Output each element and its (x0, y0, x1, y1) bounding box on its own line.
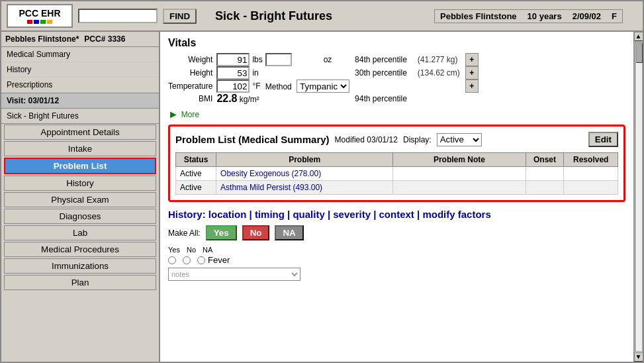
patient-info-header: Pebbles Flintstone 10 years 2/09/02 F (434, 9, 623, 23)
na-button[interactable]: NA (275, 225, 303, 240)
sidebar-btn-immunizations[interactable]: Immunizations (4, 258, 156, 274)
vitals-title: Vitals (168, 37, 625, 49)
sidebar-visit-date: Visit: 03/01/12 (1, 93, 159, 109)
problem-list-section: Problem List (Medical Summary) Modified … (168, 125, 625, 202)
notes-select[interactable]: notes (168, 268, 300, 281)
scroll-track (635, 42, 643, 352)
vitals-table: Weight lbs oz 84th percentile (41.277 kg… (168, 53, 479, 105)
fever-label: Fever (208, 255, 230, 265)
row2-problem[interactable]: Asthma Mild Persist (493.00) (216, 181, 393, 195)
history-section: History: location | timing | quality | s… (168, 209, 625, 281)
height-cm: (134.62 cm) (412, 66, 465, 79)
row2-note (393, 181, 526, 195)
patient-dob-header: 2/09/02 (573, 11, 601, 21)
fever-yes-radio[interactable] (168, 256, 176, 264)
logo-dot-blue (34, 20, 39, 24)
scroll-down-button[interactable]: ▼ (634, 352, 643, 362)
sidebar-btn-diagnoses[interactable]: Diagnoses (4, 209, 156, 224)
sidebar-nav: Medical Summary History Prescriptions (1, 47, 159, 93)
temp-unit: °F (250, 79, 265, 93)
sidebar-btn-plan[interactable]: Plan (4, 275, 156, 290)
more-link[interactable]: ► More (168, 109, 625, 121)
visit-title: Sick - Bright Futures (215, 9, 332, 23)
problem-display-label: Display: (403, 135, 432, 144)
main-content: Vitals Weight lbs oz 84th percentile (41… (160, 32, 633, 362)
na-col-header: NA (203, 246, 212, 254)
more-arrow-icon: ► (168, 109, 179, 121)
logo-dot-yellow (47, 20, 52, 24)
scroll-thumb[interactable] (636, 43, 643, 63)
notes-row: notes (168, 268, 625, 281)
row1-status: Active (176, 167, 216, 181)
fever-no-radio[interactable] (183, 256, 191, 264)
bmi-unit: kg/m² (240, 95, 259, 104)
scroll-up-button[interactable]: ▲ (634, 32, 643, 41)
row1-onset (526, 167, 564, 181)
col-onset: Onset (526, 153, 564, 167)
height-unit: in (250, 66, 265, 79)
make-all-label: Make All: (168, 229, 201, 238)
weight-input[interactable] (216, 53, 250, 66)
sidebar-item-medical-summary[interactable]: Medical Summary (1, 47, 159, 62)
no-button[interactable]: No (242, 225, 270, 240)
find-button[interactable]: FIND (163, 9, 197, 24)
logo: PCC EHR (7, 4, 73, 28)
sidebar-patient-info: Pebbles Flintstone* PCC# 3336 (1, 32, 159, 47)
row2-onset (526, 181, 564, 195)
logo-dot-red (27, 20, 32, 24)
patient-gender-header: F (612, 11, 617, 21)
sidebar-btn-problem-list[interactable]: Problem List (4, 158, 156, 174)
fever-na-radio[interactable] (197, 256, 205, 264)
method-label: Method (265, 82, 295, 91)
patient-name-header: Pebbles Flintstone (440, 11, 517, 21)
weight-plus-button[interactable]: + (465, 53, 479, 66)
yn-header: Yes No NA (168, 246, 625, 254)
table-row: Active Asthma Mild Persist (493.00) (176, 181, 618, 195)
row1-problem[interactable]: Obesity Exogenous (278.00) (216, 167, 393, 181)
height-input[interactable] (216, 66, 250, 79)
make-all-row: Make All: Yes No NA (168, 225, 625, 240)
sidebar-btn-physical-exam[interactable]: Physical Exam (4, 192, 156, 207)
no-col-header: No (187, 246, 196, 254)
sidebar-btn-intake[interactable]: Intake (4, 141, 156, 156)
temp-input[interactable] (216, 79, 250, 93)
fever-radio-group (168, 256, 205, 264)
table-row: Active Obesity Exogenous (278.00) (176, 167, 618, 181)
sidebar-item-prescriptions[interactable]: Prescriptions (1, 78, 159, 93)
sidebar-patient-name: Pebbles Flintstone* (5, 34, 79, 44)
right-scrollbar: ▲ ▼ (633, 32, 643, 362)
patient-age-header: 10 years (528, 11, 562, 21)
problem-list-modified: Modified 03/01/12 (335, 135, 398, 144)
col-resolved: Resolved (564, 153, 618, 167)
temp-label: Temperature (168, 79, 216, 93)
weight-oz-input[interactable] (265, 53, 292, 66)
problem-table: Status Problem Problem Note Onset Resolv… (175, 152, 618, 195)
height-label: Height (168, 66, 216, 79)
sidebar-visit-buttons: Appointment Details Intake Problem List … (1, 124, 159, 291)
sidebar-btn-history[interactable]: History (4, 176, 156, 191)
sidebar-btn-lab[interactable]: Lab (4, 225, 156, 240)
yes-button[interactable]: Yes (206, 225, 237, 240)
sidebar-btn-appointment-details[interactable]: Appointment Details (4, 125, 156, 140)
problem-edit-button[interactable]: Edit (588, 132, 618, 147)
row2-resolved (564, 181, 618, 195)
sidebar-item-history[interactable]: History (1, 62, 159, 78)
search-input[interactable] (78, 9, 158, 23)
height-plus-button[interactable]: + (465, 66, 479, 79)
method-select[interactable]: Tympanic Oral Rectal Axillary (297, 79, 349, 93)
weight-percentile: 84th percentile (349, 53, 412, 66)
height-percentile: 30th percentile (349, 66, 412, 79)
bmi-label: BMI (168, 93, 216, 105)
logo-dot-green (40, 20, 46, 24)
weight-kg: (41.277 kg) (412, 53, 465, 66)
col-status: Status (176, 153, 216, 167)
temp-plus-button[interactable]: + (465, 79, 479, 93)
problem-display-select[interactable]: Active All Inactive (437, 133, 482, 146)
problem-list-header: Problem List (Medical Summary) Modified … (175, 132, 618, 147)
weight-oz-unit: oz (321, 53, 349, 66)
problem-list-title: Problem List (Medical Summary) (175, 134, 330, 145)
sidebar-btn-medical-procedures[interactable]: Medical Procedures (4, 242, 156, 257)
sidebar-visit-name: Sick - Bright Futures (1, 109, 159, 124)
history-title: History: location | timing | quality | s… (168, 209, 625, 220)
sidebar-pcc: PCC# 3336 (84, 34, 125, 44)
